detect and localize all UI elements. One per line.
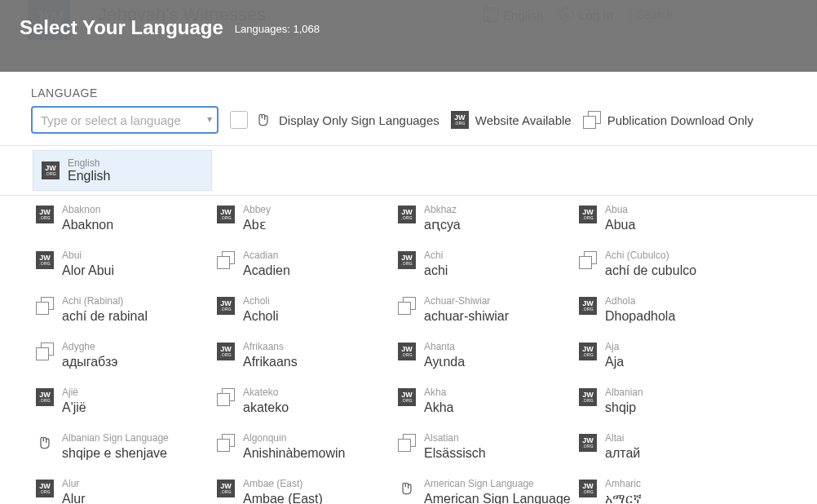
language-native: Abɛ xyxy=(243,217,271,233)
language-native: Akha xyxy=(424,400,453,416)
language-input[interactable] xyxy=(31,106,219,134)
checkbox-icon[interactable] xyxy=(230,111,248,129)
language-native: akateko xyxy=(243,400,289,416)
selected-roman: English xyxy=(68,157,110,169)
language-item[interactable]: JW.ORGAmbae (East)Ambae (East) xyxy=(214,473,393,504)
language-item[interactable]: JW.ORGAdholaDhopadhola xyxy=(576,290,755,329)
language-item[interactable]: JW.ORGAjaAja xyxy=(576,336,755,375)
language-native: Acholi xyxy=(243,308,279,325)
language-item[interactable]: JW.ORGAbuaAbua xyxy=(576,199,755,238)
jworg-icon: JW.ORG xyxy=(217,343,235,360)
jworg-icon: JW.ORG xyxy=(217,480,235,497)
language-native: achi xyxy=(424,263,448,279)
language-item[interactable]: JW.ORGAjiëA'jië xyxy=(33,382,212,421)
language-native: achí de rabinal xyxy=(62,308,148,325)
website-label: Website Available xyxy=(475,113,572,127)
language-native: American Sign Language xyxy=(424,491,571,504)
language-item[interactable]: Akatekoakateko xyxy=(214,382,393,421)
language-native: achí de cubulco xyxy=(605,263,696,279)
jworg-icon: JW.ORG xyxy=(217,206,235,223)
publication-icon xyxy=(217,251,235,269)
language-roman: Acholi xyxy=(243,295,279,307)
language-item[interactable]: JW.ORGAkhaAkha xyxy=(395,382,574,421)
language-native: achuar-shiwiar xyxy=(424,308,509,325)
language-roman: Adyghe xyxy=(62,341,117,352)
jworg-icon: JW.ORG xyxy=(579,343,597,360)
language-roman: Ambae (East) xyxy=(243,478,323,489)
language-roman: Amharic xyxy=(605,478,642,489)
jworg-icon: JW.ORG xyxy=(398,343,416,360)
language-roman: Ajië xyxy=(62,387,86,398)
jworg-icon: JW.ORG xyxy=(579,206,597,223)
language-item[interactable]: JW.ORGAltaiалтай xyxy=(576,427,755,466)
language-item[interactable]: AlsatianElsässisch xyxy=(395,427,574,466)
language-roman: Altai xyxy=(605,432,640,444)
jworg-icon: JW.ORG xyxy=(579,388,597,406)
language-native: Anishinàbemowin xyxy=(243,445,345,462)
language-item[interactable]: Adygheадыгабзэ xyxy=(33,336,212,375)
language-roman: American Sign Language xyxy=(424,478,571,489)
language-item[interactable]: JW.ORGAmharicአማርኛ xyxy=(576,473,755,504)
jworg-icon: JW.ORG xyxy=(579,480,597,497)
language-roman: Alur xyxy=(62,478,85,489)
language-native: Afrikaans xyxy=(243,354,298,370)
language-native: аԥсуа xyxy=(424,217,461,233)
publication-label: Publication Download Only xyxy=(607,113,753,127)
language-item[interactable]: Achuar-Shiwiarachuar-shiwiar xyxy=(395,290,574,329)
chevron-down-icon: ▾ xyxy=(207,113,212,125)
language-roman: Aja xyxy=(605,341,624,352)
jworg-icon: JW.ORG xyxy=(36,388,54,406)
language-roman: Akha xyxy=(424,387,453,398)
publication-only-indicator: Publication Download Only xyxy=(583,111,753,129)
publication-icon xyxy=(398,434,416,452)
modal-body: LANGUAGE ▾ Display Only Sign Languages J… xyxy=(0,72,817,504)
jworg-icon: JW.ORG xyxy=(579,297,597,315)
language-item[interactable]: Achi (Cubulco)achí de cubulco xyxy=(576,245,755,284)
language-roman: Achuar-Shiwiar xyxy=(424,295,509,307)
language-native: Aja xyxy=(605,354,624,370)
publication-icon xyxy=(398,297,416,315)
selected-native: English xyxy=(68,169,110,183)
language-item[interactable]: AlgonquinAnishinàbemowin xyxy=(214,427,393,466)
section-label: LANGUAGE xyxy=(0,72,817,106)
jworg-icon: JW.ORG xyxy=(451,111,469,129)
sign-toggle-label: Display Only Sign Languages xyxy=(279,113,439,127)
language-item[interactable]: JW.ORGAbbeyAbɛ xyxy=(214,199,393,238)
publication-icon xyxy=(36,297,54,315)
language-item[interactable]: JW.ORGAlurAlur xyxy=(33,473,212,504)
language-roman: Achi xyxy=(424,250,448,261)
language-item[interactable]: JW.ORGAbuiAlor Abui xyxy=(33,245,212,284)
language-native: Dhopadhola xyxy=(605,308,675,325)
publication-icon xyxy=(217,388,235,406)
language-item[interactable]: AcadianAcadien xyxy=(214,245,393,284)
jworg-icon: JW.ORG xyxy=(398,251,416,269)
language-item[interactable]: JW.ORGAcholiAcholi xyxy=(214,290,393,329)
language-item[interactable]: JW.ORGAchiachi xyxy=(395,245,574,284)
modal-title: Select Your Language xyxy=(20,16,223,39)
language-item[interactable]: JW.ORGAbaknonAbaknon xyxy=(33,199,212,238)
language-native: A'jië xyxy=(62,400,86,416)
selected-language[interactable]: JW.ORG English English xyxy=(33,150,212,191)
language-roman: Abaknon xyxy=(62,204,113,215)
language-item[interactable]: JW.ORGAfrikaansAfrikaans xyxy=(214,336,393,375)
language-item[interactable]: American Sign LanguageAmerican Sign Lang… xyxy=(395,473,574,504)
language-item[interactable]: Albanian Sign Languageshqipe e shenjave xyxy=(33,427,212,466)
language-item[interactable]: Achi (Rabinal)achí de rabinal xyxy=(33,290,212,329)
language-combobox[interactable]: ▾ xyxy=(31,106,219,134)
language-item[interactable]: JW.ORGAlbanianshqip xyxy=(576,382,755,421)
jworg-icon: JW.ORG xyxy=(36,251,54,269)
publication-icon xyxy=(583,111,601,129)
language-grid: JW.ORGAbaknonAbaknonJW.ORGAbbeyAbɛJW.ORG… xyxy=(33,199,817,504)
language-item[interactable]: JW.ORGAhantaAyɩnda xyxy=(395,336,574,375)
language-item[interactable]: JW.ORGAbkhazаԥсуа xyxy=(395,199,574,238)
jworg-icon: JW.ORG xyxy=(217,297,235,315)
language-native: Ayɩnda xyxy=(424,354,465,370)
sign-language-toggle[interactable]: Display Only Sign Languages xyxy=(230,111,439,129)
language-roman: Achi (Cubulco) xyxy=(605,250,696,261)
language-roman: Abui xyxy=(62,250,114,261)
jworg-icon: JW.ORG xyxy=(36,206,54,223)
language-native: Acadien xyxy=(243,263,290,279)
sign-language-icon xyxy=(254,111,272,129)
language-native: алтай xyxy=(605,445,640,462)
jworg-icon: JW.ORG xyxy=(36,480,54,497)
